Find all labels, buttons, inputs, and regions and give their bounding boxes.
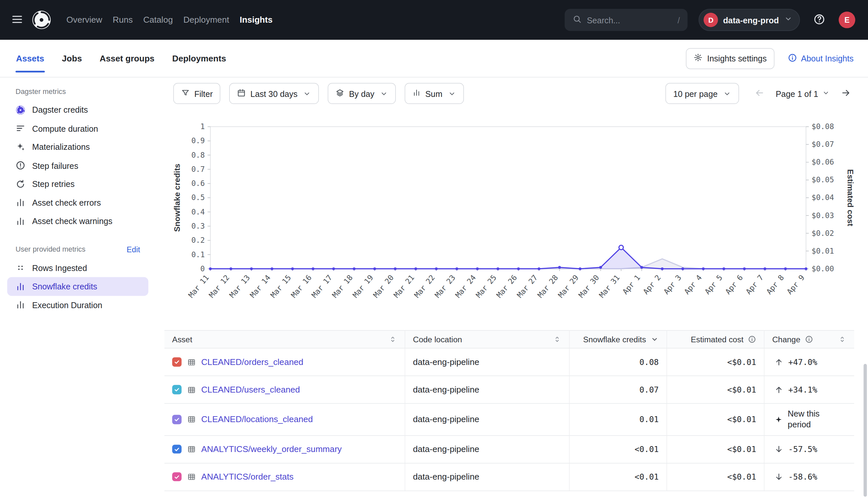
sort-icon[interactable] xyxy=(388,335,397,343)
sidebar-item-step-failures[interactable]: Step failures xyxy=(0,156,155,175)
nav-item-overview[interactable]: Overview xyxy=(66,15,102,25)
page-indicator-dropdown[interactable]: Page 1 of 1 xyxy=(774,89,832,98)
change-cell: +47.0% xyxy=(764,349,854,376)
date-range-dropdown[interactable]: Last 30 days xyxy=(230,83,319,104)
content: Dagster metricsDagster creditsCompute du… xyxy=(0,78,868,498)
nav-item-deployment[interactable]: Deployment xyxy=(183,15,229,25)
asset-link[interactable]: ANALYTICS/order_stats xyxy=(201,472,294,482)
menu-button[interactable] xyxy=(9,11,26,29)
tab-assets[interactable]: Assets xyxy=(15,50,45,67)
asset-link[interactable]: CLEANED/orders_cleaned xyxy=(201,357,303,367)
tab-deployments[interactable]: Deployments xyxy=(171,50,227,67)
column-label: Snowflake credits xyxy=(583,335,646,344)
edit-metrics-link[interactable]: Edit xyxy=(127,245,140,253)
row-checkbox[interactable] xyxy=(172,385,181,394)
svg-text:Apr 9: Apr 9 xyxy=(785,273,806,296)
asset-cell: ANALYTICS/order_stats xyxy=(164,463,405,490)
tab-asset-groups[interactable]: Asset groups xyxy=(99,50,155,67)
search-input[interactable]: Search... / xyxy=(565,9,688,31)
asset-cell: CLEANED/orders_cleaned xyxy=(164,349,405,376)
deployment-avatar: D xyxy=(704,13,718,27)
aggregation-dropdown[interactable]: Sum xyxy=(405,83,464,104)
user-avatar[interactable]: E xyxy=(839,12,855,28)
sidebar-item-dagster-credits[interactable]: Dagster credits xyxy=(0,101,155,119)
sidebar-item-materializations[interactable]: Materializations xyxy=(0,137,155,156)
svg-text:0.1: 0.1 xyxy=(191,250,205,259)
change-value: +47.0% xyxy=(789,357,817,366)
help-button[interactable] xyxy=(811,11,828,29)
asset-link[interactable]: CLEANED/users_cleaned xyxy=(201,385,300,394)
svg-text:Mar 23: Mar 23 xyxy=(433,273,457,300)
row-checkbox[interactable] xyxy=(172,357,181,367)
sidebar-item-label: Rows Ingested xyxy=(32,263,87,273)
chevron-down-icon xyxy=(303,89,311,97)
sidebar-item-asset-check-warnings[interactable]: Asset check warnings xyxy=(0,212,155,230)
sidebar-item-asset-check-errors[interactable]: Asset check errors xyxy=(0,193,155,212)
row-checkbox[interactable] xyxy=(172,444,181,454)
sort-icon[interactable] xyxy=(838,335,846,343)
svg-text:Mar 14: Mar 14 xyxy=(248,273,272,300)
tab-jobs[interactable]: Jobs xyxy=(62,50,82,67)
change-value: New this period xyxy=(788,408,835,431)
svg-text:Snowflake credits: Snowflake credits xyxy=(173,163,181,232)
dots-icon xyxy=(15,263,25,273)
column-header-snowflake-credits[interactable]: Snowflake credits xyxy=(569,331,666,348)
filter-button[interactable]: Filter xyxy=(173,83,221,104)
assets-table: AssetCode locationSnowflake creditsEstim… xyxy=(164,330,854,491)
sort-desc-icon[interactable] xyxy=(650,335,659,343)
svg-text:Apr 3: Apr 3 xyxy=(662,273,683,296)
info-icon[interactable] xyxy=(748,335,756,343)
sort-icon[interactable] xyxy=(553,335,561,343)
table-body: CLEANED/orders_cleaneddata-eng-pipeline0… xyxy=(164,349,854,491)
dagster-logo[interactable] xyxy=(31,10,52,30)
svg-text:0: 0 xyxy=(200,264,205,273)
filter-label: Filter xyxy=(194,89,213,98)
table-icon xyxy=(187,472,196,481)
svg-text:0.2: 0.2 xyxy=(191,236,205,245)
per-page-dropdown[interactable]: 10 per page xyxy=(665,83,739,104)
about-insights-link[interactable]: About Insights xyxy=(788,53,854,64)
svg-text:Mar 22: Mar 22 xyxy=(413,273,437,300)
svg-text:Mar 12: Mar 12 xyxy=(207,273,231,300)
layers-icon xyxy=(336,88,345,99)
nav-item-insights[interactable]: Insights xyxy=(240,15,272,25)
snowflake-credits-cell: <0.01 xyxy=(569,463,666,490)
next-page-button[interactable] xyxy=(838,84,854,103)
sidebar-item-compute-duration[interactable]: Compute duration xyxy=(0,119,155,137)
info-icon[interactable] xyxy=(805,335,813,343)
svg-text:0.4: 0.4 xyxy=(191,208,205,216)
svg-text:Mar 18: Mar 18 xyxy=(330,273,355,300)
nav-item-catalog[interactable]: Catalog xyxy=(143,15,173,25)
scrollbar-thumb[interactable] xyxy=(864,364,867,497)
deployment-switcher[interactable]: D data-eng-prod xyxy=(699,9,800,31)
group-by-dropdown[interactable]: By day xyxy=(328,83,396,104)
asset-link[interactable]: ANALYTICS/weekly_order_summary xyxy=(201,444,342,454)
table-icon xyxy=(187,415,196,424)
nav-item-runs[interactable]: Runs xyxy=(113,15,133,25)
column-header-code-location[interactable]: Code location xyxy=(405,331,569,348)
svg-text:Mar 15: Mar 15 xyxy=(269,273,293,300)
sidebar-item-label: Dagster credits xyxy=(32,105,88,115)
secondary-nav-right: Insights settings About Insights xyxy=(686,48,854,69)
column-header-change[interactable]: Change xyxy=(764,331,854,348)
question-icon xyxy=(813,13,825,27)
asset-link[interactable]: CLEANED/locations_cleaned xyxy=(201,414,313,424)
dagster-icon xyxy=(15,105,25,115)
svg-text:Apr 5: Apr 5 xyxy=(703,273,724,296)
bar-chart-icon xyxy=(15,300,25,310)
sidebar-item-execution-duration[interactable]: Execution Duration xyxy=(0,296,155,314)
column-label: Asset xyxy=(172,335,192,344)
insights-settings-button[interactable]: Insights settings xyxy=(686,48,775,69)
sidebar-item-snowflake-credits[interactable]: Snowflake credits xyxy=(7,277,148,296)
sidebar-item-step-retries[interactable]: Step retries xyxy=(0,175,155,193)
row-checkbox[interactable] xyxy=(172,472,181,481)
prev-page-button[interactable] xyxy=(751,84,768,103)
svg-text:0.6: 0.6 xyxy=(191,179,205,187)
arrow-up-icon xyxy=(774,357,783,366)
column-header-estimated-cost[interactable]: Estimated cost xyxy=(666,331,764,348)
column-header-asset[interactable]: Asset xyxy=(164,331,405,348)
row-checkbox[interactable] xyxy=(172,415,181,424)
snowflake-credits-cell: 0.07 xyxy=(569,376,666,403)
sidebar-item-rows-ingested[interactable]: Rows Ingested xyxy=(0,259,155,277)
bar-chart-icon xyxy=(15,197,25,207)
